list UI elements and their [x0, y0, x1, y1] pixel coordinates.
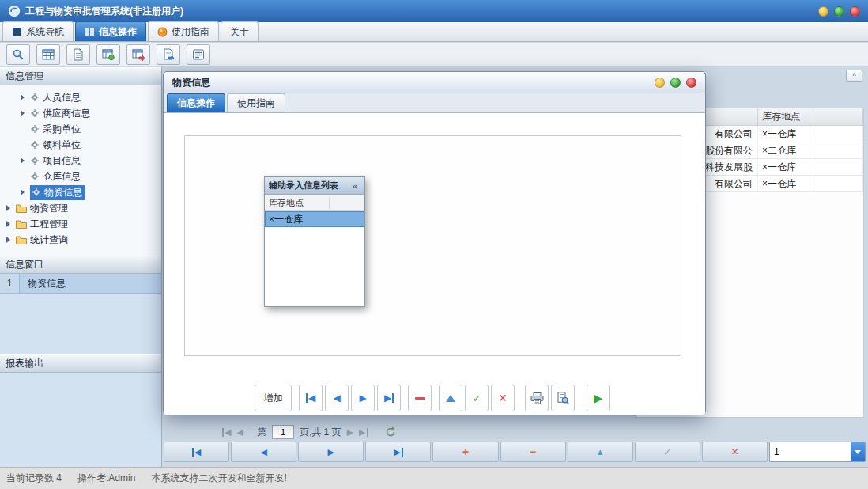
- expand-arrow-icon[interactable]: [21, 157, 25, 164]
- panel-collapse-button[interactable]: ^: [846, 70, 862, 82]
- document-button[interactable]: [66, 44, 90, 65]
- cancel-button[interactable]: ✕: [491, 385, 515, 411]
- preview-button[interactable]: [551, 385, 575, 411]
- pager-first-button[interactable]: ◀: [222, 428, 231, 437]
- helper-popup-title: 辅助录入信息列表: [269, 180, 349, 191]
- helper-column-header[interactable]: 库存地点: [265, 195, 364, 211]
- tree-item-label: 领料单位: [43, 138, 81, 152]
- minimize-button[interactable]: [818, 6, 828, 17]
- dialog-minimize-button[interactable]: [655, 78, 665, 88]
- dialog-tab-guide[interactable]: 使用指南: [227, 93, 285, 112]
- first-record-button[interactable]: ◀: [299, 385, 323, 411]
- table-edit-button[interactable]: [96, 44, 120, 65]
- dialog-body: 辅助录入信息列表 « 库存地点 ×一仓库 增加 ◀ ◀ ▶ ▶ ✓ ✕: [164, 113, 705, 415]
- list-button[interactable]: [187, 44, 210, 65]
- dialog-title-bar: 物资信息: [164, 72, 705, 93]
- pager-last-button[interactable]: ▶: [359, 428, 368, 437]
- tree-item-requisition-unit[interactable]: 领料单位: [0, 137, 161, 153]
- dialog-tab-bar: 信息操作 使用指南: [164, 93, 705, 113]
- tab-about[interactable]: 关于: [221, 21, 259, 41]
- folder-icon: [16, 220, 27, 229]
- remove-row-button[interactable]: −: [500, 442, 566, 462]
- expand-arrow-icon[interactable]: [6, 237, 10, 243]
- tree-item-material[interactable]: 物资信息: [0, 184, 161, 200]
- tree-item-label: 采购单位: [43, 123, 81, 136]
- expand-arrow-icon[interactable]: [21, 189, 25, 195]
- tab-info-ops[interactable]: 信息操作: [75, 21, 146, 41]
- pager-next-button[interactable]: ▶: [347, 427, 353, 438]
- helper-list-item[interactable]: ×一仓库: [265, 211, 364, 227]
- add-row-button[interactable]: +: [432, 442, 498, 462]
- tree-item-warehouse[interactable]: 仓库信息: [0, 169, 161, 184]
- expand-arrow-icon[interactable]: [21, 110, 25, 116]
- dialog-tab-info-ops[interactable]: 信息操作: [167, 93, 225, 112]
- info-window-row[interactable]: 1 物资信息: [0, 274, 161, 294]
- expand-arrow-icon[interactable]: [6, 205, 10, 211]
- dialog-toolbar: 增加 ◀ ◀ ▶ ▶ ✓ ✕ ▶: [255, 385, 610, 411]
- add-button[interactable]: 增加: [255, 385, 292, 411]
- table-button[interactable]: [36, 44, 60, 65]
- info-window-list: 1 物资信息: [0, 274, 161, 354]
- tab-guide[interactable]: 使用指南: [148, 21, 219, 41]
- tree-item-label: 人员信息: [43, 91, 81, 104]
- page-dropdown-button[interactable]: [851, 442, 865, 461]
- folder-material-mgmt[interactable]: 物资管理: [0, 200, 161, 216]
- confirm-row-button[interactable]: ✓: [635, 442, 700, 462]
- window-title: 工程与物资审批管理系统(非注册用户): [25, 5, 183, 18]
- helper-popup-title-bar[interactable]: 辅助录入信息列表 «: [265, 177, 364, 195]
- record-count: 当前记录数 4: [6, 472, 62, 485]
- expand-arrow-icon[interactable]: [21, 94, 25, 100]
- maximize-button[interactable]: [834, 6, 844, 17]
- pager-suffix: 页,共 1 页: [300, 426, 342, 439]
- pager-page-input[interactable]: [272, 425, 294, 439]
- search-icon: [12, 48, 25, 61]
- nav-next-button[interactable]: ▶: [298, 442, 364, 462]
- delete-record-button[interactable]: [408, 385, 432, 411]
- cell-location: ×一仓库: [758, 126, 813, 142]
- expand-arrow-icon[interactable]: [6, 221, 10, 227]
- cancel-row-button[interactable]: ✕: [702, 442, 768, 462]
- section-header-report-output[interactable]: 报表输出: [0, 354, 161, 373]
- helper-popup: 辅助录入信息列表 « 库存地点 ×一仓库: [264, 176, 365, 307]
- document-export-button[interactable]: [157, 44, 180, 65]
- folder-engineering-mgmt[interactable]: 工程管理: [0, 216, 161, 232]
- column-header-location[interactable]: 库存地点: [758, 108, 813, 126]
- minus-icon: [415, 397, 425, 400]
- cell-location: ×一仓库: [758, 159, 813, 176]
- folder-stats-query[interactable]: 统计查询: [0, 232, 161, 248]
- section-header-info-window[interactable]: 信息窗口: [0, 256, 161, 274]
- nav-prev-button[interactable]: ◀: [231, 442, 296, 462]
- column-header-extra[interactable]: [813, 108, 863, 126]
- tree-item-personnel[interactable]: 人员信息: [0, 89, 161, 105]
- nav-last-button[interactable]: ▶: [365, 442, 431, 462]
- move-up-button[interactable]: ▲: [568, 442, 633, 462]
- helper-empty-area: [265, 227, 364, 306]
- run-button[interactable]: ▶: [587, 385, 610, 411]
- refresh-button[interactable]: [385, 426, 396, 438]
- section-header-info-manage[interactable]: 信息管理: [0, 67, 161, 85]
- move-up-button[interactable]: [439, 385, 462, 411]
- folder-icon: [16, 204, 27, 213]
- helper-collapse-button[interactable]: «: [349, 181, 360, 191]
- print-button[interactable]: [525, 385, 549, 411]
- table-export-button[interactable]: [126, 44, 150, 65]
- last-record-button[interactable]: ▶: [377, 385, 401, 411]
- section-label: 信息管理: [6, 70, 43, 83]
- pager-prev-button[interactable]: ◀: [236, 427, 243, 438]
- tree-item-supplier[interactable]: 供应商信息: [0, 105, 161, 121]
- tree-item-project[interactable]: 项目信息: [0, 153, 161, 169]
- close-button[interactable]: [850, 6, 860, 17]
- search-button[interactable]: [6, 44, 30, 65]
- selected-highlight: 物资信息: [30, 185, 85, 200]
- dialog-close-button[interactable]: [686, 78, 696, 88]
- confirm-button[interactable]: ✓: [465, 385, 489, 411]
- app-icon: [8, 5, 21, 17]
- tree-item-purchase-unit[interactable]: 采购单位: [0, 121, 161, 137]
- dialog-maximize-button[interactable]: [670, 78, 681, 88]
- dialog-title: 物资信息: [172, 76, 210, 89]
- nav-first-button[interactable]: ◀: [164, 442, 229, 462]
- next-record-button[interactable]: ▶: [351, 385, 375, 411]
- page-number-input[interactable]: [770, 442, 851, 461]
- tab-system-nav[interactable]: 系统导航: [2, 21, 74, 41]
- prev-record-button[interactable]: ◀: [325, 385, 349, 411]
